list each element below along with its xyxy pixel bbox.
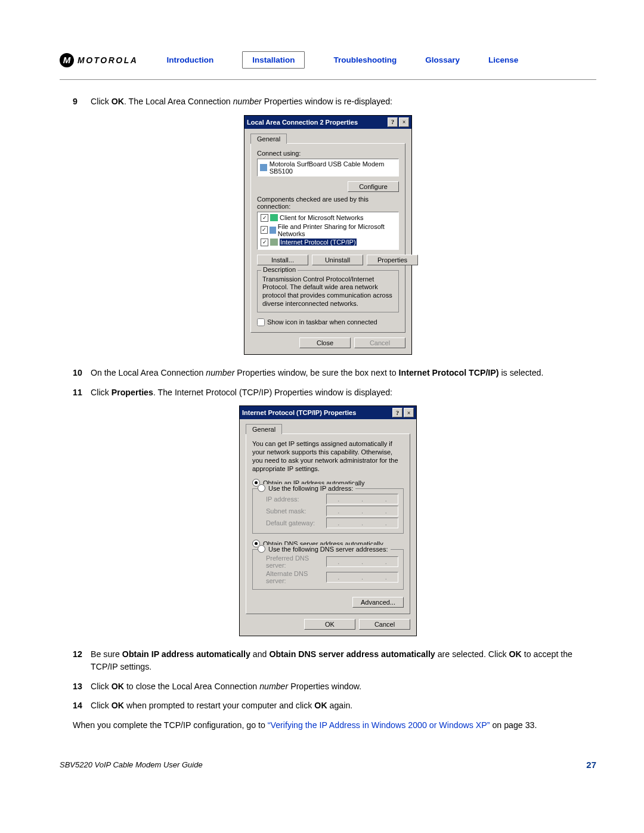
dialog-titlebar: Internet Protocol (TCP/IP) Properties ? … — [240, 406, 416, 419]
cancel-button: Cancel — [354, 337, 405, 348]
alternate-dns-input: ... — [326, 572, 398, 583]
gateway-input: ... — [326, 518, 398, 528]
connect-using-label: Connect using: — [257, 150, 399, 157]
dialog-titlebar: Local Area Connection 2 Properties ? × — [244, 116, 411, 129]
list-item[interactable]: ✓Client for Microsoft Networks — [260, 213, 396, 222]
gateway-row: Default gateway:... — [266, 518, 398, 528]
checkbox-icon[interactable]: ✓ — [261, 226, 268, 234]
checkbox-icon[interactable]: ✓ — [261, 239, 268, 246]
properties-button[interactable]: Properties — [367, 255, 418, 265]
nav-glossary[interactable]: Glossary — [425, 55, 460, 64]
page-number: 27 — [586, 760, 596, 770]
brand-text: MOTOROLA — [78, 55, 138, 65]
cancel-button[interactable]: Cancel — [359, 619, 410, 630]
step-12: 12 Be sure Obtain IP address automatical… — [73, 648, 596, 673]
advanced-button[interactable]: Advanced... — [352, 597, 404, 608]
step-text: Click OK to close the Local Area Connect… — [91, 680, 596, 693]
client-icon — [270, 214, 278, 221]
nav-troubleshooting[interactable]: Troubleshooting — [333, 55, 397, 64]
step-number: 9 — [73, 95, 91, 108]
step-9: 9 Click OK. The Local Area Connection nu… — [73, 95, 596, 108]
adapter-name: Motorola SurfBoard USB Cable Modem SB510… — [270, 160, 396, 175]
step-14: 14 Click OK when prompted to restart you… — [73, 699, 596, 712]
close-button[interactable]: Close — [299, 337, 351, 348]
configure-button[interactable]: Configure — [348, 181, 399, 192]
nav-license[interactable]: License — [488, 55, 518, 64]
step-text: On the Local Area Connection number Prop… — [91, 367, 596, 379]
share-icon — [270, 227, 276, 234]
install-button[interactable]: Install... — [257, 255, 308, 265]
protocol-icon — [270, 239, 278, 246]
brand-logo: M MOTOROLA — [60, 53, 138, 67]
subnet-input: ... — [326, 506, 398, 516]
step-number: 11 — [73, 386, 91, 399]
use-ip-radio[interactable]: Use the following IP address: — [258, 484, 355, 492]
step-number: 10 — [73, 367, 91, 379]
close-icon[interactable]: × — [399, 117, 409, 127]
nav-installation[interactable]: Installation — [242, 51, 305, 69]
tab-panel: You can get IP settings assigned automat… — [246, 433, 410, 614]
step-13: 13 Click OK to close the Local Area Conn… — [73, 680, 596, 693]
preferred-dns-input: ... — [326, 556, 398, 567]
close-icon[interactable]: × — [404, 408, 414, 417]
tab-general[interactable]: General — [246, 424, 282, 434]
tcpip-properties-dialog: Internet Protocol (TCP/IP) Properties ? … — [239, 405, 417, 636]
ip-address-input: ... — [326, 494, 398, 504]
adapter-field: Motorola SurfBoard USB Cable Modem SB510… — [257, 159, 399, 176]
description-group: Description Transmission Control Protoco… — [257, 270, 399, 312]
description-label: Description — [261, 266, 298, 273]
use-dns-radio[interactable]: Use the following DNS server addresses: — [258, 545, 391, 553]
tab-general[interactable]: General — [250, 134, 287, 144]
motorola-logo-icon: M — [60, 53, 74, 67]
document-page: M MOTOROLA Introduction Installation Tro… — [0, 0, 644, 806]
step-number: 13 — [73, 680, 91, 693]
closing-paragraph: When you complete the TCP/IP configurati… — [73, 719, 596, 732]
xref-link[interactable]: “Verifying the IP Address in Windows 200… — [268, 720, 490, 730]
ip-address-row: IP address:... — [266, 494, 398, 504]
dialog-title: Internet Protocol (TCP/IP) Properties — [242, 409, 391, 416]
nav-introduction[interactable]: Introduction — [166, 55, 213, 64]
step-number: 12 — [73, 648, 91, 673]
step-11: 11 Click Properties. The Internet Protoc… — [73, 386, 596, 399]
preferred-dns-row: Preferred DNS server:... — [266, 555, 398, 569]
components-listbox[interactable]: ✓Client for Microsoft Networks ✓File and… — [257, 212, 399, 250]
page-header: M MOTOROLA Introduction Installation Tro… — [60, 51, 596, 80]
help-icon[interactable]: ? — [388, 117, 398, 127]
local-area-connection-dialog: Local Area Connection 2 Properties ? × G… — [244, 115, 412, 355]
show-icon-checkbox[interactable] — [257, 318, 265, 326]
tab-panel: Connect using: Motorola SurfBoard USB Ca… — [250, 143, 405, 333]
adapter-icon — [260, 164, 267, 171]
step-10: 10 On the Local Area Connection number P… — [73, 367, 596, 379]
alternate-dns-row: Alternate DNS server:... — [266, 570, 398, 584]
ok-button[interactable]: OK — [304, 619, 355, 630]
step-text: Click OK. The Local Area Connection numb… — [91, 95, 596, 108]
step-text: Click Properties. The Internet Protocol … — [91, 386, 596, 399]
description-text: Transmission Control Protocol/Internet P… — [262, 275, 394, 308]
show-icon-row[interactable]: Show icon in taskbar when connected — [257, 318, 399, 327]
uninstall-button[interactable]: Uninstall — [312, 255, 363, 265]
dialog-title: Local Area Connection 2 Properties — [247, 119, 386, 126]
list-item[interactable]: ✓Internet Protocol (TCP/IP) — [260, 238, 396, 247]
intro-text: You can get IP settings assigned automat… — [252, 440, 404, 473]
components-label: Components checked are used by this conn… — [257, 196, 399, 210]
page-footer: SBV5220 VoIP Cable Modem User Guide 27 — [60, 760, 596, 770]
step-number: 14 — [73, 699, 91, 712]
help-icon[interactable]: ? — [392, 408, 402, 417]
checkbox-icon[interactable]: ✓ — [261, 214, 268, 222]
list-item[interactable]: ✓File and Printer Sharing for Microsoft … — [260, 222, 396, 238]
step-text: Click OK when prompted to restart your c… — [91, 699, 596, 712]
step-text: Be sure Obtain IP address automatically … — [91, 648, 596, 673]
subnet-row: Subnet mask:... — [266, 506, 398, 516]
guide-title: SBV5220 VoIP Cable Modem User Guide — [60, 760, 203, 769]
